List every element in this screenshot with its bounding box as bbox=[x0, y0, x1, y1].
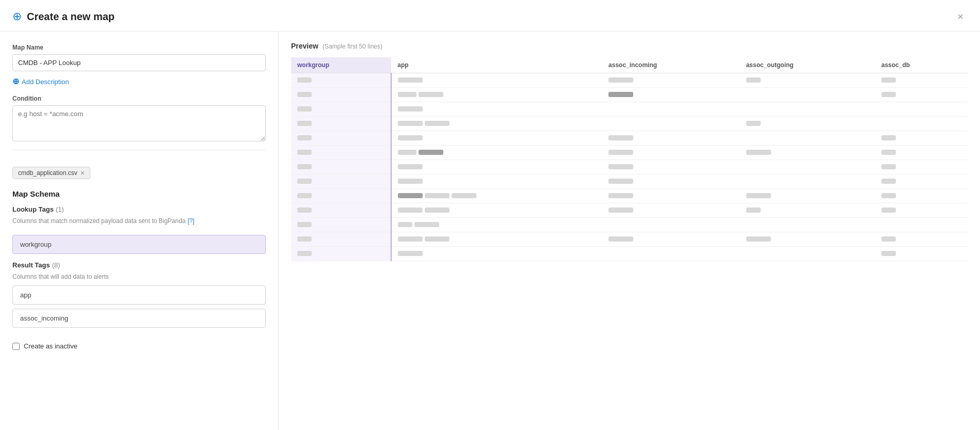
table-row bbox=[291, 189, 968, 203]
result-tags-count: (8) bbox=[52, 261, 60, 269]
result-tag-2: assoc_incoming bbox=[12, 309, 266, 328]
result-tags-title: Result Tags bbox=[12, 261, 50, 269]
col-header-assoc-outgoing: assoc_outgoing bbox=[740, 57, 875, 73]
create-inactive-checkbox[interactable] bbox=[12, 343, 20, 350]
plus-icon: ⊕ bbox=[12, 77, 19, 86]
create-map-modal: ⊕ Create a new map × Map Name ⊕ Add Desc… bbox=[0, 0, 980, 430]
table-row bbox=[291, 102, 968, 117]
file-tag-close-button[interactable]: × bbox=[81, 169, 85, 177]
table-row bbox=[291, 73, 968, 88]
close-button[interactable]: × bbox=[953, 9, 968, 24]
file-tag-label: cmdb_application.csv bbox=[18, 169, 77, 177]
map-name-label: Map Name bbox=[12, 44, 266, 51]
table-row bbox=[291, 146, 968, 160]
condition-input[interactable] bbox=[12, 105, 266, 141]
map-schema-title: Map Schema bbox=[12, 189, 266, 198]
preview-header: Preview (Sample first 50 lines) bbox=[291, 42, 968, 50]
result-tags-section: Result Tags (8) Columns that will add da… bbox=[12, 261, 266, 332]
preview-table-header-row: workgroup app assoc_incoming assoc_outgo… bbox=[291, 57, 968, 73]
lookup-tags-count: (1) bbox=[56, 205, 64, 213]
create-icon: ⊕ bbox=[12, 11, 22, 22]
add-description-button[interactable]: ⊕ Add Description bbox=[12, 77, 266, 86]
col-header-assoc-db: assoc_db bbox=[875, 57, 968, 73]
condition-label: Condition bbox=[12, 95, 266, 102]
divider-1 bbox=[12, 150, 266, 150]
table-row bbox=[291, 247, 968, 261]
preview-subtitle: (Sample first 50 lines) bbox=[323, 43, 382, 50]
file-tag: cmdb_application.csv × bbox=[12, 167, 90, 179]
col-header-workgroup: workgroup bbox=[291, 57, 391, 73]
preview-table-head: workgroup app assoc_incoming assoc_outgo… bbox=[291, 57, 968, 73]
right-panel: Preview (Sample first 50 lines) workgrou… bbox=[279, 31, 980, 430]
file-tag-row: cmdb_application.csv × bbox=[12, 158, 266, 179]
preview-table: workgroup app assoc_incoming assoc_outgo… bbox=[291, 57, 968, 261]
left-panel: Map Name ⊕ Add Description Condition cmd… bbox=[0, 31, 279, 430]
create-inactive-row: Create as inactive bbox=[12, 342, 266, 350]
table-row bbox=[291, 174, 968, 189]
lookup-tags-title: Lookup Tags bbox=[12, 205, 54, 213]
modal-body: Map Name ⊕ Add Description Condition cmd… bbox=[0, 31, 980, 430]
map-name-input[interactable] bbox=[12, 54, 266, 71]
modal-header: ⊕ Create a new map × bbox=[0, 0, 980, 31]
table-row bbox=[291, 232, 968, 247]
preview-table-body bbox=[291, 73, 968, 261]
preview-title: Preview bbox=[291, 42, 318, 50]
table-row bbox=[291, 88, 968, 102]
table-row bbox=[291, 117, 968, 131]
modal-title: Create a new map bbox=[27, 11, 115, 23]
result-tag-1: app bbox=[12, 285, 266, 305]
table-row bbox=[291, 218, 968, 232]
lookup-tag-workgroup: workgroup bbox=[12, 235, 266, 254]
lookup-tags-help-link[interactable]: [?] bbox=[188, 217, 195, 225]
lookup-tags-section: Lookup Tags (1) Columns that match norma… bbox=[12, 205, 266, 261]
lookup-tags-desc: Columns that match normalized payload da… bbox=[12, 217, 186, 225]
result-tags-desc: Columns that will add data to alerts bbox=[12, 273, 266, 280]
table-row bbox=[291, 131, 968, 146]
table-row bbox=[291, 160, 968, 174]
create-inactive-label: Create as inactive bbox=[24, 342, 77, 350]
col-header-assoc-incoming: assoc_incoming bbox=[602, 57, 740, 73]
modal-title-row: ⊕ Create a new map bbox=[12, 11, 115, 23]
add-description-label: Add Description bbox=[22, 78, 69, 86]
col-header-app: app bbox=[391, 57, 602, 73]
table-row bbox=[291, 203, 968, 218]
